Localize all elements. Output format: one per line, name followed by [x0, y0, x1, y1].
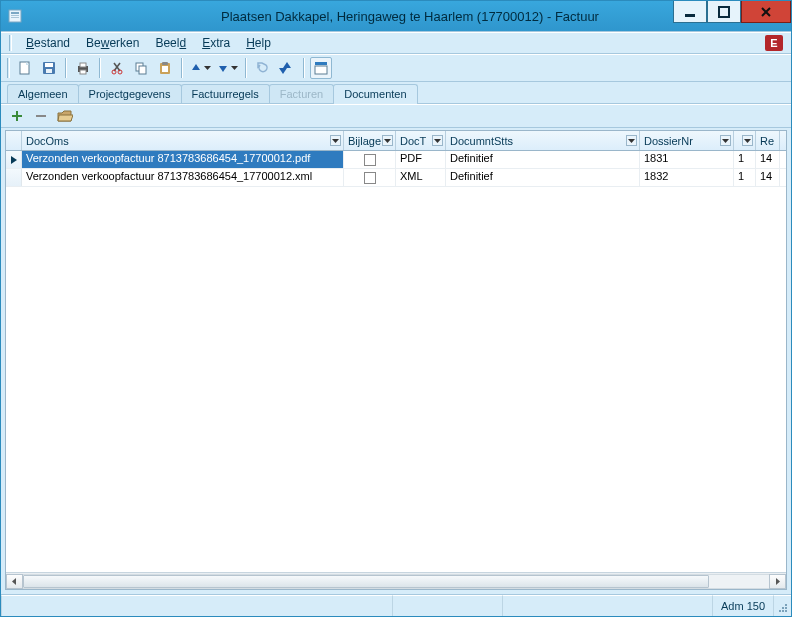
svg-point-17: [112, 70, 116, 74]
svg-rect-32: [779, 610, 781, 612]
main-toolbar: [1, 54, 791, 82]
toolbar-grip[interactable]: [7, 58, 10, 78]
menu-extra[interactable]: Extra: [196, 34, 236, 52]
col-re[interactable]: Re: [756, 131, 780, 150]
svg-rect-5: [719, 7, 729, 17]
svg-rect-30: [782, 607, 784, 609]
scroll-thumb[interactable]: [23, 575, 709, 588]
open-folder-button[interactable]: [55, 106, 75, 126]
svg-rect-34: [785, 610, 787, 612]
svg-rect-9: [43, 62, 55, 74]
titlebar[interactable]: Plaatsen Dakkapel, Heringaweg te Haarlem…: [1, 1, 791, 31]
tab-algemeen[interactable]: Algemeen: [7, 84, 79, 103]
copy-button[interactable]: [130, 57, 152, 79]
tab-projectgegevens[interactable]: Projectgegevens: [78, 84, 182, 103]
svg-rect-31: [785, 607, 787, 609]
scroll-left-button[interactable]: [6, 574, 23, 589]
svg-rect-2: [11, 15, 19, 16]
horizontal-scrollbar[interactable]: [6, 572, 786, 589]
menu-help[interactable]: Help: [240, 34, 277, 52]
svg-rect-11: [46, 69, 52, 73]
nav-down-dropdown[interactable]: [215, 57, 240, 79]
tabstrip: Algemeen Projectgegevens Factuurregels F…: [1, 82, 791, 104]
svg-rect-33: [782, 610, 784, 612]
cell-bijlage: [344, 169, 396, 186]
tab-factuurregels[interactable]: Factuurregels: [181, 84, 270, 103]
svg-rect-13: [80, 63, 86, 67]
paste-button[interactable]: [154, 57, 176, 79]
filter-icon[interactable]: [432, 135, 443, 146]
svg-rect-8: [20, 62, 29, 74]
menu-bewerken[interactable]: Bewerken: [80, 34, 145, 52]
col-dossiernr-label: DossierNr: [644, 135, 693, 147]
menubar-grip[interactable]: [9, 35, 12, 51]
status-left: [1, 595, 392, 616]
bijlage-checkbox[interactable]: [364, 172, 376, 184]
col-doct-label: DocT: [400, 135, 426, 147]
svg-rect-10: [45, 63, 53, 67]
svg-rect-19: [136, 63, 143, 71]
cell-dossiernr: 1831: [640, 151, 734, 168]
grid-body[interactable]: Verzonden verkoopfactuur 8713783686454_1…: [6, 151, 786, 572]
svg-rect-25: [315, 66, 327, 74]
table-row[interactable]: Verzonden verkoopfactuur 8713783686454_1…: [6, 169, 786, 187]
svg-rect-24: [315, 62, 327, 65]
layout-button[interactable]: [310, 57, 332, 79]
new-button[interactable]: [14, 57, 36, 79]
remove-button[interactable]: [31, 106, 51, 126]
tab-facturen[interactable]: Facturen: [269, 84, 334, 103]
add-button[interactable]: [7, 106, 27, 126]
col-doct[interactable]: DocT: [396, 131, 446, 150]
resize-grip[interactable]: [773, 595, 791, 616]
col-docoms[interactable]: DocOms: [22, 131, 344, 150]
menu-beeld[interactable]: Beeld: [149, 34, 192, 52]
row-indicator: [6, 169, 22, 186]
col-documntstts[interactable]: DocumntStts: [446, 131, 640, 150]
col-dossiernr[interactable]: DossierNr: [640, 131, 734, 150]
col-bijlage[interactable]: Bijlage: [344, 131, 396, 150]
cut-button[interactable]: [106, 57, 128, 79]
svg-line-16: [114, 63, 120, 71]
svg-rect-29: [785, 604, 787, 606]
svg-line-15: [114, 63, 120, 71]
tab-documenten[interactable]: Documenten: [333, 84, 417, 104]
status-mid2: [502, 595, 712, 616]
col-re-label: Re: [760, 135, 774, 147]
save-button[interactable]: [38, 57, 60, 79]
svg-rect-3: [11, 17, 19, 18]
bijlage-checkbox[interactable]: [364, 154, 376, 166]
svg-rect-23: [162, 66, 168, 72]
undo-button[interactable]: [252, 57, 274, 79]
svg-rect-20: [139, 66, 146, 74]
cell-extra: 1: [734, 169, 756, 186]
documents-toolbar: [1, 104, 791, 128]
app-icon: [7, 8, 23, 24]
table-row[interactable]: Verzonden verkoopfactuur 8713783686454_1…: [6, 151, 786, 169]
filter-icon[interactable]: [330, 135, 341, 146]
col-extra[interactable]: [734, 131, 756, 150]
nav-up-dropdown[interactable]: [188, 57, 213, 79]
filter-icon[interactable]: [720, 135, 731, 146]
maximize-button[interactable]: [707, 1, 741, 23]
svg-line-6: [762, 8, 770, 16]
cell-extra: 1: [734, 151, 756, 168]
brand-logo: E: [765, 35, 783, 51]
col-docoms-label: DocOms: [26, 135, 69, 147]
menu-bestand[interactable]: Bestand: [20, 34, 76, 52]
filter-icon[interactable]: [742, 135, 753, 146]
cell-documntstts: Definitief: [446, 169, 640, 186]
svg-rect-12: [78, 66, 88, 72]
minimize-button[interactable]: [673, 1, 707, 23]
filter-icon[interactable]: [626, 135, 637, 146]
print-button[interactable]: [72, 57, 94, 79]
svg-rect-14: [80, 70, 86, 74]
scroll-right-button[interactable]: [769, 574, 786, 589]
refresh-button[interactable]: [276, 57, 298, 79]
svg-rect-0: [9, 10, 21, 22]
svg-rect-21: [160, 63, 170, 74]
cell-doct: PDF: [396, 151, 446, 168]
filter-icon[interactable]: [382, 135, 393, 146]
close-button[interactable]: [741, 1, 791, 23]
scroll-track[interactable]: [23, 574, 769, 589]
cell-dossiernr: 1832: [640, 169, 734, 186]
